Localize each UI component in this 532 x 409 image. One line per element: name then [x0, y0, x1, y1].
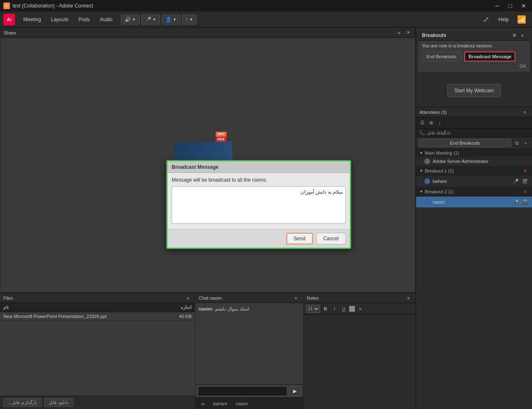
breakout1-section[interactable]: ▼ Breakout 1 (1) ✕	[416, 166, 532, 176]
nasim-mic-icon[interactable]: 🎤	[512, 198, 520, 206]
notes-color-icon[interactable]	[349, 306, 355, 312]
chat-tab-nasim[interactable]: nasim	[233, 400, 250, 407]
attendees-menu-icon[interactable]: ≡	[521, 108, 529, 116]
notes-pod: Notes ≡ 11 12 14 B I U ≡	[303, 293, 416, 409]
notes-body[interactable]	[303, 315, 416, 409]
chat-tab-all[interactable]: به	[199, 400, 207, 407]
table-row[interactable]: New Microsoft PowerPoint Presentation_21…	[0, 312, 195, 321]
notes-underline-icon[interactable]: U	[340, 305, 347, 313]
files-pod-title: Files	[3, 296, 184, 301]
chat-input[interactable]	[198, 386, 287, 396]
minimize-button[interactable]: ─	[493, 2, 502, 10]
menu-pods[interactable]: Pods	[74, 15, 94, 24]
breakouts-menu-icon[interactable]: ≡	[519, 32, 526, 39]
send-button[interactable]: Send	[286, 233, 313, 244]
share-menu-icon[interactable]: ✕	[404, 29, 412, 37]
breakout2-close-icon[interactable]: ✕	[521, 188, 529, 195]
mic-dropdown-arrow: ▼	[153, 17, 156, 22]
upload-file-button[interactable]: ...بارگذاری فایل	[3, 398, 42, 407]
broadcast-dialog-footer: Send Cancel	[167, 229, 350, 248]
nasim-controls: 🎤 🎬	[512, 198, 529, 206]
chat-sender: nasim:	[199, 306, 213, 311]
notes-list-icon[interactable]: ≡	[357, 305, 364, 313]
titlebar: Ai test (Collaboration) - Adobe Connect …	[0, 0, 532, 12]
volume-control[interactable]: 🔊 ▼	[121, 15, 140, 25]
cancel-button[interactable]: Cancel	[316, 233, 346, 244]
chat-options-icon[interactable]: ≡	[292, 294, 300, 302]
bahare-mic-icon[interactable]: 🎤	[512, 177, 520, 185]
admin-user-name: Adobe Server Administrator	[433, 159, 489, 164]
breakout2-chevron: ▼	[419, 190, 423, 194]
share-control[interactable]: ↑ ▼	[182, 15, 197, 25]
breakouts-close-icon[interactable]: ✕	[512, 32, 517, 39]
breakouts-panel: Breakouts ✕ ≡ You are now in a breakout …	[418, 29, 530, 72]
breakout2-label: Breakout 2 (1)	[425, 189, 454, 194]
help-menu[interactable]: Help	[494, 15, 513, 24]
notes-textarea[interactable]	[303, 315, 416, 409]
chat-tabs: به bahare nasim	[195, 397, 303, 409]
files-col-name: نام	[0, 303, 166, 312]
notes-bold-icon[interactable]: B	[322, 305, 329, 313]
files-options-icon[interactable]: ≡	[184, 294, 192, 302]
expand-icon[interactable]: ⤢	[480, 15, 493, 24]
chat-send-button[interactable]: ▶	[289, 386, 300, 396]
breakouts-body: You are now in a breakout session. End B…	[419, 41, 530, 71]
menu-audio[interactable]: Audio	[96, 15, 117, 24]
mic-control[interactable]: 🎤 ▼	[141, 15, 160, 25]
broadcast-message-input[interactable]	[172, 186, 346, 224]
file-size: 40 KB	[166, 312, 195, 321]
signal-icon: 📶	[515, 15, 529, 24]
close-button[interactable]: ✕	[519, 2, 529, 10]
breakout2-section[interactable]: ▼ Breakout 2 (1) ✕	[416, 187, 532, 197]
adobe-logo: Ai	[3, 14, 15, 25]
nasim-camera-icon[interactable]: 🎬	[521, 198, 529, 206]
start-webcam-button[interactable]: Start My Webcam	[447, 84, 501, 97]
chat-input-row: ▶	[195, 384, 303, 397]
menubar: Ai Meeting Layouts Pods Audio 🔊 ▼ 🎤 ▼ 👤 …	[0, 12, 532, 27]
notes-italic-icon[interactable]: I	[331, 305, 338, 313]
bahare-camera-icon[interactable]: 🎬	[521, 177, 529, 185]
menu-layouts[interactable]: Layouts	[47, 15, 73, 24]
breakouts-ok-link[interactable]: OK	[520, 64, 526, 69]
breakout1-close-icon[interactable]: ✕	[521, 167, 529, 175]
main-meeting-section[interactable]: ▼ Main Meeting (1)	[416, 149, 532, 157]
broadcast-message-button[interactable]: Broadcast Message	[464, 52, 515, 62]
chat-tab-bahare[interactable]: bahare	[211, 400, 230, 407]
attendees-add-icon[interactable]: +	[522, 139, 530, 147]
titlebar-left: Ai test (Collaboration) - Adobe Connect	[3, 2, 93, 9]
chat-body: nasim: استاد سوال داشتم	[195, 303, 303, 384]
titlebar-controls[interactable]: ─ □ ✕	[493, 2, 529, 10]
breakouts-info: You are now in a breakout session.	[422, 43, 526, 48]
camera-control[interactable]: 👤 ▼	[162, 15, 180, 25]
chat-pod-title: Chat nasim	[199, 296, 292, 301]
attendees-grid-icon[interactable]: ⊞	[427, 119, 435, 127]
nasim-user-icon: 👤	[424, 199, 430, 205]
bahare-user-name: bahare	[433, 179, 447, 184]
notes-font-size-select[interactable]: 11 12 14	[306, 305, 320, 313]
files-pod: Files ≡ نام اندازه	[0, 293, 195, 409]
chat-pod-header: Chat nasim ≡	[195, 293, 303, 303]
ppt-label: PPT	[216, 132, 227, 137]
download-file-button[interactable]: دانلود فایل	[44, 398, 73, 407]
end-breakouts-button[interactable]: End Breakouts	[422, 52, 461, 61]
attendees-sort-icon[interactable]: ↕	[436, 119, 443, 127]
admin-user-icon: 👤	[424, 158, 430, 164]
broadcast-dialog-body: Message will be broadcast to all the roo…	[167, 173, 350, 229]
nasim-user-name: nasim	[433, 200, 445, 204]
attendees-end-breakouts-button[interactable]: End Breakouts	[419, 139, 511, 147]
attendee-admin: 👤 Adobe Server Administrator	[416, 157, 532, 166]
attendees-body: End Breakouts ⇆ + ▼ Main Meeting (1) 👤 A…	[416, 137, 532, 409]
menu-meeting[interactable]: Meeting	[19, 15, 45, 24]
attendees-list-icon[interactable]: ☰	[419, 119, 426, 127]
maximize-button[interactable]: □	[506, 2, 515, 10]
share-options-icon[interactable]: ≡	[395, 29, 403, 37]
speaker-icon: 🔊	[125, 17, 131, 22]
notes-options-icon[interactable]: ≡	[405, 294, 412, 302]
breakouts-actions: End Breakouts Broadcast Message	[422, 52, 526, 62]
breakouts-panel-header: Breakouts ✕ ≡	[419, 30, 530, 41]
attendees-share-icon[interactable]: ⇆	[513, 139, 520, 147]
attendees-panel: Attendees (3) ≡ ☰ ⊞ ↕ 📞 دانگفاتك فانل En…	[416, 107, 532, 409]
broadcast-dialog[interactable]: Broadcast Message Message will be broadc…	[166, 160, 351, 249]
chat-message: nasim: استاد سوال داشتم	[199, 306, 300, 312]
attendees-toolbar: ☰ ⊞ ↕	[416, 117, 532, 129]
